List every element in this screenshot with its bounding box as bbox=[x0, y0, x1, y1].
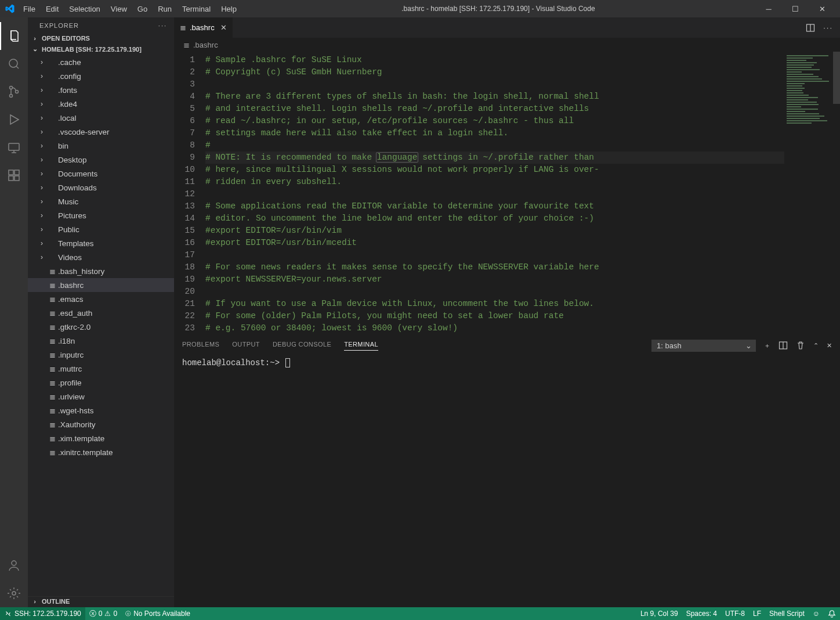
status-encoding[interactable]: UTF-8 bbox=[721, 610, 749, 618]
menu-item-selection[interactable]: Selection bbox=[64, 2, 104, 16]
terminal-body[interactable]: homelab@localhost:~> bbox=[174, 355, 840, 607]
window-minimize-button[interactable]: ─ bbox=[755, 0, 782, 17]
folder--config[interactable]: ›.config bbox=[28, 69, 174, 83]
folder-videos[interactable]: ›Videos bbox=[28, 250, 174, 264]
status-ports[interactable]: ⦾ No Ports Available bbox=[121, 607, 194, 620]
folder-downloads[interactable]: ›Downloads bbox=[28, 181, 174, 194]
section-workspace[interactable]: HOMELAB [SSH: 172.25.179.190] bbox=[28, 44, 174, 55]
status-spaces[interactable]: Spaces: 4 bbox=[682, 610, 721, 618]
activity-explorer-icon[interactable] bbox=[0, 22, 28, 50]
menu-item-edit[interactable]: Edit bbox=[41, 2, 63, 16]
section-open-editors[interactable]: OPEN EDITORS bbox=[28, 34, 174, 44]
window-close-button[interactable]: ✕ bbox=[809, 0, 835, 17]
folder-documents[interactable]: ›Documents bbox=[28, 167, 174, 181]
file--bashrc[interactable]: ≣.bashrc bbox=[28, 278, 174, 292]
close-panel-icon[interactable]: ✕ bbox=[827, 342, 832, 349]
terminal-cursor bbox=[285, 358, 290, 367]
new-terminal-icon[interactable]: ＋ bbox=[764, 341, 770, 350]
panel-tab-debug-console[interactable]: DEBUG CONSOLE bbox=[273, 341, 331, 350]
svg-point-1 bbox=[10, 86, 13, 89]
file--profile[interactable]: ≣.profile bbox=[28, 376, 174, 390]
maximize-panel-icon[interactable]: ⌃ bbox=[813, 342, 819, 349]
editor-tabs: ≣ .bashrc ✕ ··· bbox=[174, 17, 840, 38]
folder-bin[interactable]: ›bin bbox=[28, 139, 174, 153]
folder-music[interactable]: ›Music bbox=[28, 194, 174, 208]
menu-item-file[interactable]: File bbox=[19, 2, 40, 16]
file--xim-template[interactable]: ≣.xim.template bbox=[28, 431, 174, 445]
status-bell-icon[interactable] bbox=[824, 610, 840, 618]
activity-account-icon[interactable] bbox=[0, 551, 28, 579]
code-editor[interactable]: # Sample .bashrc for SuSE Linux# Copyrig… bbox=[205, 52, 784, 336]
folder-public[interactable]: ›Public bbox=[28, 222, 174, 236]
terminal-selector-label: 1: bash bbox=[657, 341, 682, 350]
file--inputrc[interactable]: ≣.inputrc bbox=[28, 348, 174, 362]
file--i18n[interactable]: ≣.i18n bbox=[28, 334, 174, 348]
editor-more-icon[interactable]: ··· bbox=[823, 23, 833, 32]
panel-tab-problems[interactable]: PROBLEMS bbox=[182, 341, 219, 350]
chevron-right-icon: › bbox=[37, 114, 46, 122]
panel-tab-output[interactable]: OUTPUT bbox=[232, 341, 260, 350]
file--bash-history[interactable]: ≣.bash_history bbox=[28, 264, 174, 278]
sidebar-more-icon[interactable]: ··· bbox=[158, 22, 167, 29]
folder-pictures[interactable]: ›Pictures bbox=[28, 208, 174, 222]
svg-point-10 bbox=[12, 592, 16, 595]
error-count: 0 bbox=[99, 610, 103, 618]
file--esd-auth[interactable]: ≣.esd_auth bbox=[28, 306, 174, 320]
status-ports-label: No Ports Available bbox=[133, 610, 190, 618]
file-icon: ≣ bbox=[46, 281, 58, 290]
activity-debug-icon[interactable] bbox=[0, 106, 28, 134]
file--urlview[interactable]: ≣.urlview bbox=[28, 390, 174, 403]
status-ln-col[interactable]: Ln 9, Col 39 bbox=[636, 610, 682, 618]
status-eol[interactable]: LF bbox=[749, 610, 765, 618]
folder--kde4[interactable]: ›.kde4 bbox=[28, 97, 174, 111]
svg-rect-4 bbox=[9, 143, 19, 150]
file--wget-hsts[interactable]: ≣.wget-hsts bbox=[28, 403, 174, 417]
sidebar-title: EXPLORER bbox=[39, 22, 79, 29]
activity-settings-icon[interactable] bbox=[0, 579, 28, 607]
menu-item-help[interactable]: Help bbox=[216, 2, 241, 16]
file--gtkrc-2-0[interactable]: ≣.gtkrc-2.0 bbox=[28, 320, 174, 334]
file--xauthority[interactable]: ≣.Xauthority bbox=[28, 417, 174, 431]
file--muttrc[interactable]: ≣.muttrc bbox=[28, 362, 174, 376]
chevron-right-icon: › bbox=[37, 86, 46, 94]
breadcrumbs[interactable]: ≣ .bashrc bbox=[174, 38, 840, 52]
activity-remote-icon[interactable] bbox=[0, 134, 28, 161]
menu-item-view[interactable]: View bbox=[106, 2, 132, 16]
status-feedback-icon[interactable]: ☺ bbox=[809, 610, 824, 618]
tree-item-label: Documents bbox=[58, 170, 97, 178]
tree-item-label: Pictures bbox=[58, 211, 86, 220]
activity-extensions-icon[interactable] bbox=[0, 161, 28, 189]
minimap[interactable] bbox=[784, 52, 840, 336]
split-terminal-icon[interactable] bbox=[779, 341, 788, 350]
window-maximize-button[interactable]: ☐ bbox=[782, 0, 809, 17]
menu-item-terminal[interactable]: Terminal bbox=[178, 2, 215, 16]
folder-desktop[interactable]: ›Desktop bbox=[28, 153, 174, 167]
file--emacs[interactable]: ≣.emacs bbox=[28, 292, 174, 306]
folder--cache[interactable]: ›.cache bbox=[28, 55, 174, 69]
trash-icon[interactable] bbox=[796, 341, 805, 350]
folder--local[interactable]: ›.local bbox=[28, 111, 174, 125]
chevron-right-icon: › bbox=[37, 211, 46, 219]
activity-scm-icon[interactable] bbox=[0, 78, 28, 106]
tab-bashrc[interactable]: ≣ .bashrc ✕ bbox=[174, 17, 233, 38]
section-outline[interactable]: OUTLINE bbox=[28, 596, 174, 607]
folder--fonts[interactable]: ›.fonts bbox=[28, 83, 174, 97]
tree-item-label: .kde4 bbox=[58, 100, 77, 109]
tree-item-label: Templates bbox=[58, 239, 94, 248]
status-remote-label: SSH: 172.25.179.190 bbox=[15, 610, 81, 618]
panel-tab-terminal[interactable]: TERMINAL bbox=[344, 341, 378, 351]
file-icon: ≣ bbox=[46, 406, 58, 415]
close-icon[interactable]: ✕ bbox=[220, 23, 227, 32]
status-language[interactable]: Shell Script bbox=[765, 610, 809, 618]
status-problems[interactable]: ⓧ0 ⚠0 bbox=[85, 607, 121, 620]
folder--vscode-server[interactable]: ›.vscode-server bbox=[28, 125, 174, 139]
terminal-selector[interactable]: 1: bash bbox=[651, 340, 756, 352]
status-remote[interactable]: SSH: 172.25.179.190 bbox=[0, 607, 85, 620]
file--xinitrc-template[interactable]: ≣.xinitrc.template bbox=[28, 445, 174, 459]
minimap-scroll-thumb[interactable] bbox=[833, 52, 840, 104]
split-editor-icon[interactable] bbox=[806, 23, 815, 33]
folder-templates[interactable]: ›Templates bbox=[28, 236, 174, 250]
menu-item-run[interactable]: Run bbox=[153, 2, 176, 16]
menu-item-go[interactable]: Go bbox=[133, 2, 152, 16]
activity-search-icon[interactable] bbox=[0, 50, 28, 78]
